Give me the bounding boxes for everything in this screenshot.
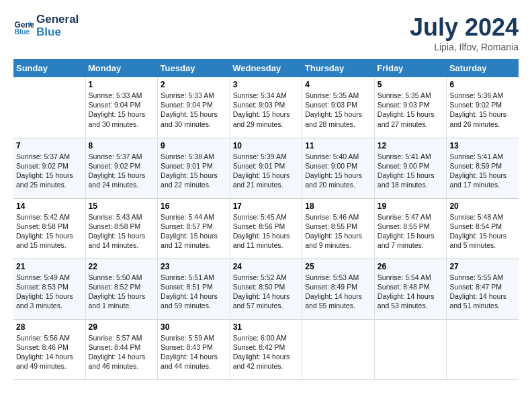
calendar-cell: 19Sunrise: 5:47 AM Sunset: 8:55 PM Dayli… — [374, 198, 447, 259]
calendar-cell: 18Sunrise: 5:46 AM Sunset: 8:55 PM Dayli… — [302, 198, 375, 259]
calendar-cell — [13, 77, 85, 138]
calendar-cell — [302, 319, 375, 379]
main-title: July 2024 — [410, 13, 519, 42]
day-number: 17 — [233, 201, 300, 211]
cell-info: Sunrise: 5:34 AM Sunset: 9:03 PM Dayligh… — [233, 91, 300, 129]
week-row-1: 1Sunrise: 5:33 AM Sunset: 9:04 PM Daylig… — [13, 77, 519, 138]
day-number: 12 — [378, 141, 444, 150]
calendar-cell — [447, 319, 519, 379]
cell-info: Sunrise: 5:54 AM Sunset: 8:48 PM Dayligh… — [378, 273, 444, 311]
day-number: 15 — [89, 201, 155, 211]
day-number: 9 — [161, 141, 227, 150]
cell-info: Sunrise: 5:33 AM Sunset: 9:04 PM Dayligh… — [161, 91, 227, 129]
week-row-5: 28Sunrise: 5:56 AM Sunset: 8:46 PM Dayli… — [13, 319, 519, 379]
day-number: 10 — [233, 141, 300, 150]
calendar-cell: 27Sunrise: 5:55 AM Sunset: 8:47 PM Dayli… — [447, 259, 519, 319]
day-number: 3 — [233, 80, 300, 89]
calendar-table: SundayMondayTuesdayWednesdayThursdayFrid… — [13, 59, 519, 380]
calendar-cell: 26Sunrise: 5:54 AM Sunset: 8:48 PM Dayli… — [374, 259, 447, 319]
calendar-cell: 28Sunrise: 5:56 AM Sunset: 8:46 PM Dayli… — [13, 319, 85, 379]
calendar-cell: 8Sunrise: 5:37 AM Sunset: 9:02 PM Daylig… — [85, 138, 158, 198]
day-number: 29 — [89, 322, 155, 332]
calendar-cell: 12Sunrise: 5:41 AM Sunset: 9:00 PM Dayli… — [374, 138, 447, 198]
logo-blue: Blue — [36, 26, 79, 39]
calendar-cell: 14Sunrise: 5:42 AM Sunset: 8:58 PM Dayli… — [13, 198, 85, 259]
calendar-cell: 31Sunrise: 6:00 AM Sunset: 8:42 PM Dayli… — [230, 319, 302, 379]
day-number: 28 — [16, 322, 83, 332]
cell-info: Sunrise: 5:55 AM Sunset: 8:47 PM Dayligh… — [449, 273, 516, 311]
day-number: 13 — [449, 141, 516, 150]
calendar-cell: 25Sunrise: 5:53 AM Sunset: 8:49 PM Dayli… — [302, 259, 375, 319]
cell-info: Sunrise: 5:53 AM Sunset: 8:49 PM Dayligh… — [305, 273, 371, 311]
cell-info: Sunrise: 5:42 AM Sunset: 8:58 PM Dayligh… — [16, 212, 83, 250]
col-header-sunday: Sunday — [13, 59, 85, 77]
cell-info: Sunrise: 6:00 AM Sunset: 8:42 PM Dayligh… — [233, 333, 300, 371]
svg-text:Blue: Blue — [15, 28, 30, 36]
day-number: 20 — [449, 201, 516, 211]
cell-info: Sunrise: 5:35 AM Sunset: 9:03 PM Dayligh… — [378, 91, 444, 129]
calendar-cell: 13Sunrise: 5:41 AM Sunset: 8:59 PM Dayli… — [447, 138, 519, 198]
day-number: 21 — [16, 262, 83, 271]
cell-info: Sunrise: 5:59 AM Sunset: 8:43 PM Dayligh… — [161, 333, 227, 371]
cell-info: Sunrise: 5:37 AM Sunset: 9:02 PM Dayligh… — [16, 152, 83, 190]
cell-info: Sunrise: 5:43 AM Sunset: 8:58 PM Dayligh… — [89, 212, 155, 250]
calendar-cell: 10Sunrise: 5:39 AM Sunset: 9:01 PM Dayli… — [230, 138, 302, 198]
calendar-cell: 24Sunrise: 5:52 AM Sunset: 8:50 PM Dayli… — [230, 259, 302, 319]
header-row: SundayMondayTuesdayWednesdayThursdayFrid… — [13, 59, 519, 77]
calendar-cell: 17Sunrise: 5:45 AM Sunset: 8:56 PM Dayli… — [230, 198, 302, 259]
day-number: 27 — [449, 262, 516, 271]
day-number: 16 — [161, 201, 227, 211]
cell-info: Sunrise: 5:37 AM Sunset: 9:02 PM Dayligh… — [89, 152, 155, 190]
cell-info: Sunrise: 5:49 AM Sunset: 8:53 PM Dayligh… — [16, 273, 83, 311]
calendar-cell: 9Sunrise: 5:38 AM Sunset: 9:01 PM Daylig… — [158, 138, 230, 198]
title-block: July 2024 Lipia, Ilfov, Romania — [410, 13, 519, 52]
day-number: 19 — [378, 201, 444, 211]
calendar-cell: 1Sunrise: 5:33 AM Sunset: 9:04 PM Daylig… — [85, 77, 158, 138]
day-number: 7 — [16, 141, 83, 150]
cell-info: Sunrise: 5:47 AM Sunset: 8:55 PM Dayligh… — [378, 212, 444, 250]
cell-info: Sunrise: 5:36 AM Sunset: 9:02 PM Dayligh… — [449, 91, 516, 129]
cell-info: Sunrise: 5:52 AM Sunset: 8:50 PM Dayligh… — [233, 273, 300, 311]
logo-icon: General Blue — [13, 16, 34, 36]
day-number: 25 — [305, 262, 371, 271]
day-number: 23 — [161, 262, 227, 271]
day-number: 6 — [449, 80, 516, 89]
calendar-cell: 4Sunrise: 5:35 AM Sunset: 9:03 PM Daylig… — [302, 77, 375, 138]
cell-info: Sunrise: 5:40 AM Sunset: 9:00 PM Dayligh… — [305, 152, 371, 190]
cell-info: Sunrise: 5:50 AM Sunset: 8:52 PM Dayligh… — [89, 273, 155, 311]
calendar-cell: 16Sunrise: 5:44 AM Sunset: 8:57 PM Dayli… — [158, 198, 230, 259]
calendar-cell — [374, 319, 447, 379]
day-number: 8 — [89, 141, 155, 150]
calendar-cell: 23Sunrise: 5:51 AM Sunset: 8:51 PM Dayli… — [158, 259, 230, 319]
cell-info: Sunrise: 5:38 AM Sunset: 9:01 PM Dayligh… — [161, 152, 227, 190]
col-header-wednesday: Wednesday — [230, 59, 302, 77]
calendar-cell: 20Sunrise: 5:48 AM Sunset: 8:54 PM Dayli… — [447, 198, 519, 259]
col-header-saturday: Saturday — [447, 59, 519, 77]
day-number: 1 — [89, 80, 155, 89]
calendar-cell: 3Sunrise: 5:34 AM Sunset: 9:03 PM Daylig… — [230, 77, 302, 138]
cell-info: Sunrise: 5:56 AM Sunset: 8:46 PM Dayligh… — [16, 333, 83, 371]
calendar-cell: 29Sunrise: 5:57 AM Sunset: 8:44 PM Dayli… — [85, 319, 158, 379]
cell-info: Sunrise: 5:46 AM Sunset: 8:55 PM Dayligh… — [305, 212, 371, 250]
day-number: 22 — [89, 262, 155, 271]
col-header-tuesday: Tuesday — [158, 59, 230, 77]
week-row-4: 21Sunrise: 5:49 AM Sunset: 8:53 PM Dayli… — [13, 259, 519, 319]
calendar-cell: 5Sunrise: 5:35 AM Sunset: 9:03 PM Daylig… — [374, 77, 447, 138]
day-number: 18 — [305, 201, 371, 211]
calendar-cell: 11Sunrise: 5:40 AM Sunset: 9:00 PM Dayli… — [302, 138, 375, 198]
cell-info: Sunrise: 5:35 AM Sunset: 9:03 PM Dayligh… — [305, 91, 371, 129]
day-number: 14 — [16, 201, 83, 211]
col-header-monday: Monday — [85, 59, 158, 77]
page-header: General Blue General Blue July 2024 Lipi… — [13, 13, 519, 52]
day-number: 4 — [305, 80, 371, 89]
logo-general: General — [36, 13, 79, 26]
calendar-cell: 2Sunrise: 5:33 AM Sunset: 9:04 PM Daylig… — [158, 77, 230, 138]
cell-info: Sunrise: 5:33 AM Sunset: 9:04 PM Dayligh… — [89, 91, 155, 129]
cell-info: Sunrise: 5:57 AM Sunset: 8:44 PM Dayligh… — [89, 333, 155, 371]
day-number: 11 — [305, 141, 371, 150]
day-number: 26 — [378, 262, 444, 271]
cell-info: Sunrise: 5:48 AM Sunset: 8:54 PM Dayligh… — [449, 212, 516, 250]
cell-info: Sunrise: 5:51 AM Sunset: 8:51 PM Dayligh… — [161, 273, 227, 311]
cell-info: Sunrise: 5:41 AM Sunset: 8:59 PM Dayligh… — [449, 152, 516, 190]
day-number: 30 — [161, 322, 227, 332]
